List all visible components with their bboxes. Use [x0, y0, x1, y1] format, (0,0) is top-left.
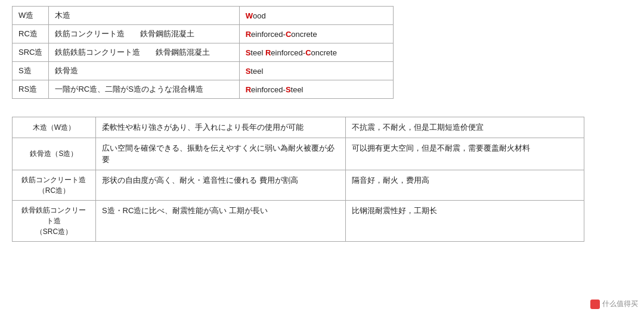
table-row: RS造 一階がRC造、二階がS造のような混合構造 Reinforced-Stee…: [13, 80, 394, 99]
en-cell: Steel Reinforced-Concrete: [239, 43, 393, 62]
jp-desc-cell: S造・RC造に比べ、耐震性能が高い 工期が長い: [95, 200, 346, 241]
cn-desc-cell: 可以拥有更大空间，但是不耐震，需要覆盖耐火材料: [346, 138, 584, 170]
jp-desc-cell: 形状の自由度が高く、耐火・遮音性に優れる 費用が割高: [95, 170, 346, 200]
table-row: 木造（W造） 柔軟性や粘り強さがあり、手入れにより長年の使用が可能 不抗震，不耐…: [13, 117, 584, 138]
top-table: W造 木造 Wood RC造 鉄筋コンクリート造 鉄骨鋼筋混凝土 Reinfor…: [12, 6, 394, 99]
table-row: 鉄筋コンクリート造（RC造） 形状の自由度が高く、耐火・遮音性に優れる 費用が割…: [13, 170, 584, 200]
bottom-table: 木造（W造） 柔軟性や粘り強さがあり、手入れにより長年の使用が可能 不抗震，不耐…: [12, 117, 584, 242]
code-cell: W造: [13, 7, 49, 25]
jp-cell: 鉄筋コンクリート造 鉄骨鋼筋混凝土: [49, 25, 239, 43]
code-cell: S造: [13, 62, 49, 80]
table-row: 鉄骨鉄筋コンクリート造（SRC造） S造・RC造に比べ、耐震性能が高い 工期が長…: [13, 200, 584, 241]
cn-desc-cell: 比钢混耐震性好，工期长: [346, 200, 584, 241]
cn-desc-cell: 不抗震，不耐火，但是工期短造价便宜: [346, 117, 584, 138]
table-row: SRC造 鉄筋鉄筋コンクリート造 鉄骨鋼筋混凝土 Steel Reinforce…: [13, 43, 394, 62]
jp-cell: 鉄筋鉄筋コンクリート造 鉄骨鋼筋混凝土: [49, 43, 239, 62]
en-cell: Reinforced-Steel: [239, 80, 393, 99]
jp-desc-cell: 柔軟性や粘り強さがあり、手入れにより長年の使用が可能: [95, 117, 346, 138]
structure-name-cell: 鉄骨鉄筋コンクリート造（SRC造）: [13, 200, 96, 241]
structure-name-cell: 鉄筋コンクリート造（RC造）: [13, 170, 96, 200]
table-row: RC造 鉄筋コンクリート造 鉄骨鋼筋混凝土 Reinforced-Concret…: [13, 25, 394, 43]
table-row: W造 木造 Wood: [13, 7, 394, 25]
en-cell: Reinforced-Concrete: [239, 25, 393, 43]
code-cell: RS造: [13, 80, 49, 99]
jp-cell: 木造: [49, 7, 239, 25]
cn-desc-cell: 隔音好，耐火，费用高: [346, 170, 584, 200]
jp-cell: 一階がRC造、二階がS造のような混合構造: [49, 80, 239, 99]
structure-name-cell: 鉄骨造（S造）: [13, 138, 96, 170]
structure-name-cell: 木造（W造）: [13, 117, 96, 138]
code-cell: SRC造: [13, 43, 49, 62]
jp-cell: 鉄骨造: [49, 62, 239, 80]
en-cell: Steel: [239, 62, 393, 80]
en-cell: Wood: [239, 7, 393, 25]
table-row: 鉄骨造（S造） 広い空間を確保できる、振動を伝えやすく火に弱い為耐火被覆が必要 …: [13, 138, 584, 170]
table-row: S造 鉄骨造 Steel: [13, 62, 394, 80]
jp-desc-cell: 広い空間を確保できる、振動を伝えやすく火に弱い為耐火被覆が必要: [95, 138, 346, 170]
code-cell: RC造: [13, 25, 49, 43]
